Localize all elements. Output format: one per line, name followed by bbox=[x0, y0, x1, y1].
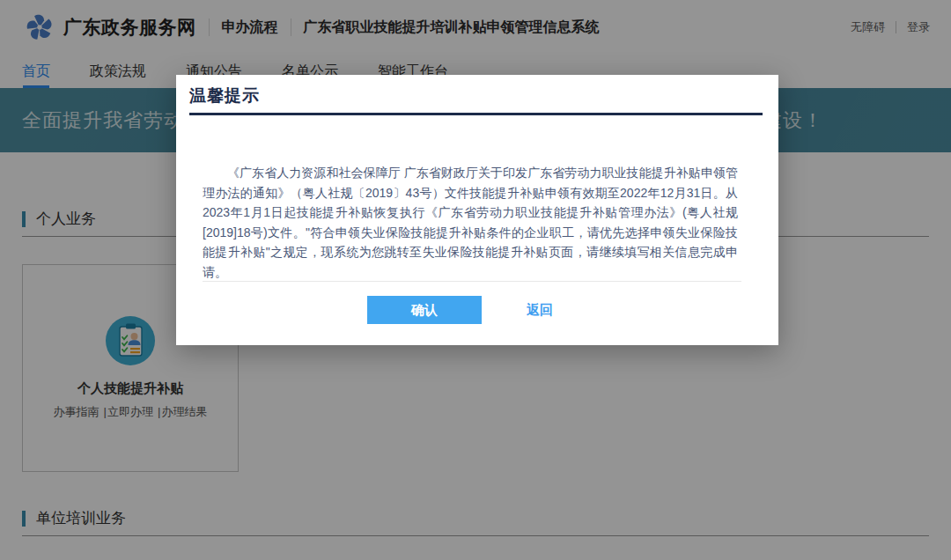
dialog-title: 温馨提示 bbox=[189, 85, 260, 107]
page: 广东政务服务网 申办流程 广东省职业技能提升培训补贴申领管理信息系统 无障碍 登… bbox=[0, 0, 951, 560]
confirm-button[interactable]: 确认 bbox=[367, 296, 482, 324]
dialog-title-rule bbox=[189, 113, 763, 115]
dialog-footer-divider bbox=[203, 281, 741, 282]
back-link[interactable]: 返回 bbox=[527, 302, 553, 319]
dialog-message: 《广东省人力资源和社会保障厅 广东省财政厅关于印发广东省劳动力职业技能提升补贴申… bbox=[203, 163, 738, 282]
notice-dialog: 温馨提示 《广东省人力资源和社会保障厅 广东省财政厅关于印发广东省劳动力职业技能… bbox=[176, 75, 778, 345]
